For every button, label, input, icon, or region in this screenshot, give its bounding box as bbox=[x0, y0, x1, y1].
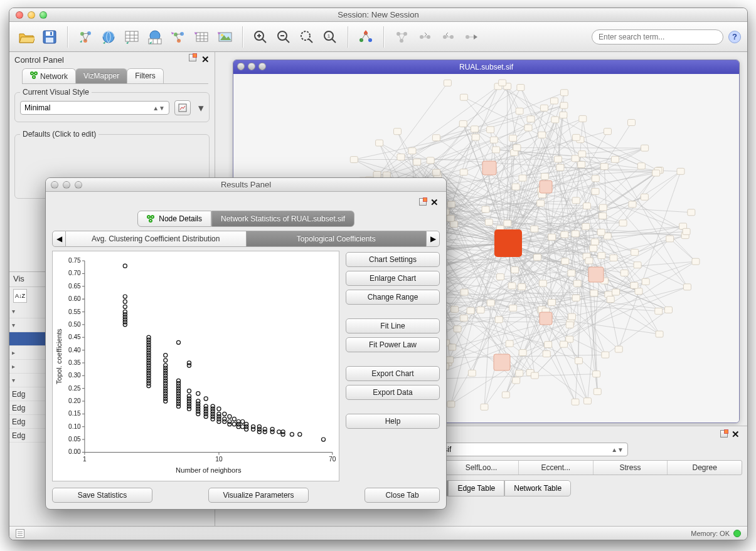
help-button[interactable]: Help bbox=[346, 414, 440, 429]
close-tab-button[interactable]: Close Tab bbox=[365, 488, 440, 503]
new-network-from-selection-icon[interactable] bbox=[461, 26, 482, 48]
close-table-panel-icon[interactable]: ✕ bbox=[732, 429, 740, 439]
tab-network[interactable]: Network bbox=[22, 68, 76, 83]
subwindow-close-icon[interactable] bbox=[237, 63, 245, 70]
svg-rect-646 bbox=[566, 322, 573, 328]
svg-rect-612 bbox=[538, 132, 546, 138]
zoom-fit-icon[interactable]: 1 bbox=[319, 26, 341, 48]
control-panel-tabs: Network VizMapper Filters bbox=[22, 68, 208, 84]
svg-line-188 bbox=[623, 173, 656, 223]
save-session-icon[interactable] bbox=[39, 26, 60, 48]
export-data-button[interactable]: Export Data bbox=[346, 385, 440, 400]
svg-point-774 bbox=[147, 384, 151, 388]
pager-option-right[interactable]: Topological Coefficients bbox=[246, 231, 427, 247]
edge-row-1[interactable]: Edg bbox=[9, 387, 47, 401]
visual-style-options-button[interactable] bbox=[174, 100, 191, 115]
search-input[interactable] bbox=[592, 29, 723, 45]
svg-rect-647 bbox=[376, 140, 383, 146]
svg-rect-523 bbox=[397, 154, 405, 160]
hide-selected-icon[interactable] bbox=[414, 26, 435, 48]
export-image-icon[interactable] bbox=[214, 26, 235, 48]
float-panel-icon[interactable] bbox=[189, 54, 196, 61]
selected-mapping-row[interactable] bbox=[9, 332, 47, 346]
edge-row-2[interactable]: Edg bbox=[9, 401, 47, 415]
import-network-url-icon[interactable] bbox=[98, 26, 119, 48]
svg-line-9 bbox=[85, 33, 89, 41]
defaults-legend[interactable]: Defaults (Click to edit) bbox=[20, 130, 98, 139]
svg-point-843 bbox=[232, 417, 236, 421]
svg-rect-651 bbox=[602, 352, 609, 358]
zoom-fit-selected-icon[interactable] bbox=[296, 26, 317, 48]
column-header[interactable]: SelfLoo... bbox=[444, 461, 519, 475]
subwindow-zoom-icon[interactable] bbox=[258, 63, 266, 70]
pager-next-button[interactable]: ▶ bbox=[426, 231, 440, 247]
apply-layout-icon[interactable] bbox=[355, 26, 376, 48]
svg-point-852 bbox=[245, 428, 248, 431]
tab-network-table[interactable]: Network Table bbox=[504, 480, 571, 496]
column-header[interactable]: Stress bbox=[594, 461, 668, 475]
svg-point-857 bbox=[257, 430, 261, 434]
svg-rect-525 bbox=[590, 290, 598, 296]
zoom-out-icon[interactable] bbox=[273, 26, 294, 48]
sort-icon[interactable]: A↓Z bbox=[13, 289, 27, 303]
svg-line-55 bbox=[402, 34, 405, 41]
change-range-button[interactable]: Change Range bbox=[346, 290, 440, 305]
column-header[interactable]: Degree bbox=[668, 461, 742, 475]
svg-rect-595 bbox=[531, 372, 538, 379]
zoom-window-button[interactable] bbox=[40, 11, 47, 19]
fit-line-button[interactable]: Fit Line bbox=[346, 318, 440, 333]
first-neighbors-icon[interactable] bbox=[391, 26, 412, 48]
subwindow-minimize-icon[interactable] bbox=[248, 63, 255, 70]
import-table-file-icon[interactable] bbox=[121, 26, 142, 48]
svg-point-831 bbox=[211, 417, 215, 421]
save-statistics-button[interactable]: Save Statistics bbox=[52, 488, 152, 503]
svg-point-745 bbox=[123, 264, 127, 268]
float-table-panel-icon[interactable] bbox=[720, 430, 728, 438]
help-icon[interactable]: ? bbox=[728, 31, 741, 43]
pager-prev-button[interactable]: ◀ bbox=[52, 231, 66, 247]
dock-results-icon[interactable] bbox=[419, 198, 427, 206]
edge-row-4[interactable]: Edg bbox=[9, 429, 47, 443]
svg-rect-556 bbox=[615, 346, 622, 352]
enlarge-chart-button[interactable]: Enlarge Chart bbox=[346, 271, 440, 286]
tab-network-statistics[interactable]: Network Statistics of RUAL.subset.sif bbox=[211, 211, 354, 227]
svg-rect-515 bbox=[481, 404, 488, 410]
visual-style-select[interactable]: Minimal▲▼ bbox=[20, 101, 169, 115]
log-icon[interactable] bbox=[16, 529, 24, 538]
svg-rect-617 bbox=[594, 389, 601, 395]
export-table-icon[interactable] bbox=[191, 26, 212, 48]
svg-rect-532 bbox=[534, 254, 541, 260]
close-results-icon[interactable]: ✕ bbox=[430, 197, 439, 207]
svg-point-819 bbox=[196, 412, 200, 416]
pager-option-left[interactable]: Avg. Clustering Coefficient Distribution bbox=[66, 231, 246, 247]
close-panel-icon[interactable]: ✕ bbox=[201, 54, 210, 65]
svg-point-854 bbox=[252, 428, 255, 431]
svg-rect-692 bbox=[683, 228, 690, 234]
show-all-icon[interactable] bbox=[437, 26, 459, 48]
column-header[interactable]: Eccent... bbox=[519, 461, 594, 475]
svg-rect-676 bbox=[432, 135, 440, 141]
main-toolbar: 1 ? bbox=[9, 22, 747, 52]
chart-settings-button[interactable]: Chart Settings bbox=[346, 252, 440, 267]
export-chart-button[interactable]: Export Chart bbox=[346, 366, 440, 381]
results-panel-window: Results Panel ✕ Node Details Network Sta… bbox=[45, 177, 447, 510]
svg-text:1: 1 bbox=[83, 456, 87, 463]
fit-power-law-button[interactable]: Fit Power Law bbox=[346, 337, 440, 352]
edge-row-3[interactable]: Edg bbox=[9, 415, 47, 429]
minimize-window-button[interactable] bbox=[28, 11, 35, 19]
zoom-in-icon[interactable] bbox=[250, 26, 271, 48]
tab-vizmapper[interactable]: VizMapper bbox=[75, 68, 127, 83]
export-network-icon[interactable] bbox=[168, 26, 189, 48]
svg-point-701 bbox=[151, 216, 154, 218]
open-file-icon[interactable] bbox=[16, 26, 37, 48]
svg-rect-594 bbox=[560, 341, 568, 347]
tab-node-details[interactable]: Node Details bbox=[137, 211, 211, 227]
visualize-parameters-button[interactable]: Visualize Parameters bbox=[208, 488, 309, 503]
import-table-url-icon[interactable] bbox=[144, 26, 166, 48]
close-window-button[interactable] bbox=[16, 11, 23, 19]
tab-filters[interactable]: Filters bbox=[127, 68, 164, 83]
table-network-select[interactable]: set.sif▲▼ bbox=[427, 443, 628, 456]
visual-style-menu-icon[interactable]: ▾ bbox=[196, 102, 204, 115]
tab-edge-table[interactable]: Edge Table bbox=[448, 480, 504, 496]
import-network-file-icon[interactable] bbox=[75, 26, 96, 48]
